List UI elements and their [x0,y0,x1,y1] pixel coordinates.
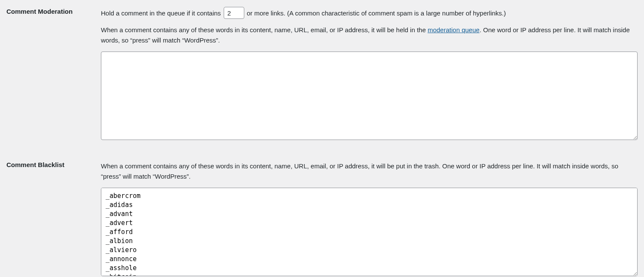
blacklist-description: When a comment contains any of these wor… [101,161,638,182]
comment-blacklist-heading: Comment Blacklist [6,161,64,168]
moderation-keys-textarea[interactable] [101,52,638,140]
comment-blacklist-row: Comment Blacklist When a comment contain… [0,152,644,277]
max-links-suffix: or more links. (A common characteristic … [247,9,506,17]
max-links-input[interactable] [224,7,244,19]
moderation-description: When a comment contains any of these wor… [101,25,638,46]
comment-moderation-heading: Comment Moderation [6,8,73,15]
moderation-queue-link[interactable]: moderation queue [428,26,480,33]
max-links-prefix: Hold a comment in the queue if it contai… [101,9,223,17]
blacklist-keys-textarea[interactable] [101,188,638,276]
comment-moderation-row: Comment Moderation Hold a comment in the… [0,0,644,152]
max-links-line: Hold a comment in the queue if it contai… [101,7,638,19]
moderation-desc-prefix: When a comment contains any of these wor… [101,26,428,33]
